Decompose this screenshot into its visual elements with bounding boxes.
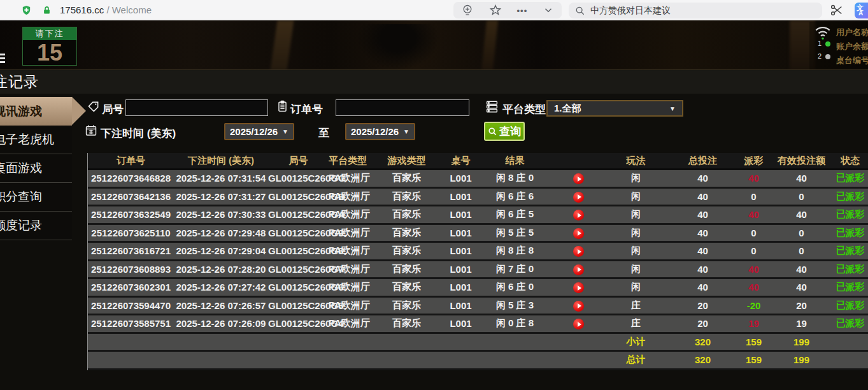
cell-payout: 40: [736, 209, 771, 220]
replay-video-button[interactable]: [573, 282, 584, 293]
cell-valid-bet: 0: [771, 227, 832, 238]
more-ellipsis-icon[interactable]: •••: [517, 6, 528, 15]
replay-video-button[interactable]: [573, 210, 584, 220]
cell-valid-bet: 0: [771, 191, 832, 202]
cell-round-no: GL00125C260G4: [268, 318, 329, 329]
line-number[interactable]: 2: [818, 52, 822, 60]
scissors-screenshot-icon[interactable]: [830, 3, 844, 17]
sidebar-item-slots[interactable]: 电子老虎机: [0, 126, 72, 154]
cell-status: 已派彩: [832, 191, 868, 203]
cell-valid-bet: 0: [771, 245, 832, 256]
bookmark-star-icon[interactable]: [489, 4, 502, 17]
play-triangle-icon: [578, 213, 581, 218]
cell-total-bet: 40: [669, 209, 736, 220]
platform-type-select[interactable]: 1.全部 ▼: [546, 100, 683, 117]
subtotal-payout: 159: [736, 336, 771, 347]
sidebar-menu: 视讯游戏 电子老虎机 桌面游戏 积分查询 额度记录: [0, 97, 72, 240]
cell-status: 已派彩: [832, 317, 868, 329]
cell-platform: PA欧洲厅: [329, 281, 367, 293]
adblock-shield-icon[interactable]: [21, 4, 32, 17]
cell-bet-time: 2025-12-26 07:30:33: [174, 209, 268, 220]
search-bar[interactable]: 中方赞俄对日本建议: [569, 3, 822, 18]
cell-game-type: 百家乐: [367, 263, 446, 275]
cell-result: 闲 0 庄 8: [475, 317, 555, 329]
sidebar-item-table-games[interactable]: 桌面游戏: [0, 154, 72, 183]
sidebar-item-credit-records[interactable]: 额度记录: [0, 212, 72, 240]
platform-type-value: 1.全部: [554, 103, 581, 115]
search-magnifier-icon: [575, 6, 585, 16]
table-row: 251226073594470 2025-12-26 07:26:57 GL00…: [88, 298, 868, 316]
toolbar-icon-cluster: •••: [453, 2, 562, 18]
table-row: 251226073585751 2025-12-26 07:26:09 GL00…: [88, 315, 868, 334]
round-no-input[interactable]: [125, 99, 268, 116]
cell-payout: 0: [736, 245, 771, 256]
grandtotal-label: 总计: [602, 354, 669, 366]
table-row: 251226073602301 2025-12-26 07:27:42 GL00…: [88, 279, 868, 298]
https-lock-icon[interactable]: [42, 5, 52, 16]
col-header-result: 结果: [475, 155, 555, 167]
line-number[interactable]: 1: [818, 40, 822, 47]
cell-table-no: L001: [446, 227, 475, 238]
line2-status-dot: [825, 54, 830, 59]
replay-video-button[interactable]: [573, 301, 584, 312]
cell-bet-side: 闲: [602, 281, 669, 293]
cell-game-type: 百家乐: [367, 208, 446, 220]
zoom-page-icon[interactable]: [461, 3, 474, 17]
cell-bet-side: 庄: [602, 300, 669, 312]
col-header-time: 下注时间 (美东): [174, 155, 268, 167]
cell-total-bet: 40: [669, 227, 736, 238]
cell-round-no: GL00125C260G8: [268, 245, 329, 256]
round-no-label: 局号: [102, 102, 124, 117]
grandtotal-total: 320: [669, 354, 736, 365]
col-header-platform: 平台类型: [329, 155, 367, 167]
search-query-button[interactable]: 查询: [484, 122, 525, 141]
cell-total-bet: 20: [669, 318, 736, 329]
cell-bet-time: 2025-12-26 07:26:57: [174, 300, 268, 311]
cell-bet-side: 闲: [602, 191, 669, 203]
grandtotal-payout: 159: [736, 354, 771, 365]
cell-round-no: GL00125C260GB: [268, 191, 329, 202]
live-video-strip: 请下注 15 1 2 用户名称 账户余额 桌台编号: [0, 20, 868, 70]
cell-payout: 40: [736, 173, 771, 184]
cell-table-no: L001: [446, 209, 475, 220]
cell-payout: 0: [736, 191, 771, 202]
sidebar-item-live-casino[interactable]: 视讯游戏: [0, 97, 72, 126]
date-caret-icon: ▼: [403, 128, 409, 135]
select-caret-icon: ▼: [669, 105, 676, 112]
replay-video-button[interactable]: [573, 192, 584, 203]
order-no-input[interactable]: [336, 99, 469, 116]
col-header-payout: 派彩: [736, 155, 771, 167]
cell-result: 闲 8 庄 8: [475, 245, 555, 257]
balance-label: 账户余额: [836, 40, 868, 54]
cell-total-bet: 40: [669, 191, 736, 202]
cell-status: 已派彩: [832, 227, 868, 239]
replay-video-button[interactable]: [573, 246, 584, 257]
subtotal-row: 小计 320 159 199: [88, 334, 868, 352]
date-from-value: 2025/12/26: [230, 126, 278, 137]
date-from-picker[interactable]: 2025/12/26▼: [224, 123, 294, 140]
col-header-order: 订单号: [88, 155, 174, 167]
cell-table-no: L001: [446, 245, 475, 256]
sidebar-item-points-query[interactable]: 积分查询: [0, 183, 72, 212]
chevron-down-icon[interactable]: [543, 4, 554, 16]
address-bar-url[interactable]: 175616.cc / Welcome: [60, 4, 152, 15]
grandtotal-valid: 199: [771, 354, 832, 365]
translate-icon[interactable]: 文A: [855, 3, 868, 18]
cell-payout: -20: [736, 300, 771, 311]
replay-video-button[interactable]: [573, 319, 584, 329]
cell-valid-bet: 40: [771, 209, 832, 220]
cell-platform: PA欧洲厅: [329, 227, 367, 239]
dealer-silhouette: [357, 24, 439, 70]
browser-toolbar: 175616.cc / Welcome ••• 中方赞俄对日本建议 文A: [0, 0, 868, 20]
cell-bet-time: 2025-12-26 07:31:54: [174, 173, 268, 184]
cell-valid-bet: 20: [771, 300, 832, 311]
date-to-picker[interactable]: 2025/12/26▼: [345, 123, 415, 140]
replay-video-button[interactable]: [573, 264, 584, 275]
cell-round-no: GL00125C260G5: [268, 300, 329, 311]
cell-valid-bet: 40: [771, 264, 832, 275]
replay-video-button[interactable]: [573, 173, 584, 184]
col-header-table: 桌号: [446, 155, 475, 167]
video-background-detail: [271, 20, 294, 70]
replay-video-button[interactable]: [573, 228, 584, 239]
cell-bet-side: 闲: [602, 172, 669, 184]
